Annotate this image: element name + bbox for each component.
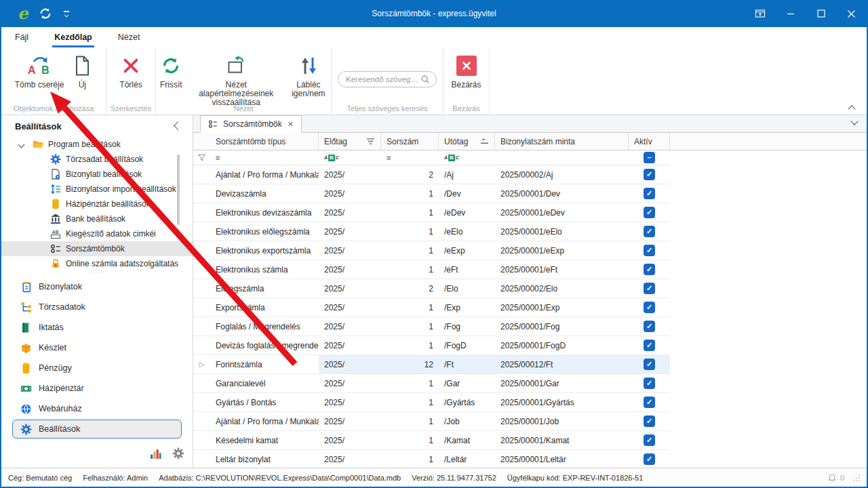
cell-type[interactable]: Forintszámla xyxy=(210,355,319,373)
active-checkbox[interactable]: ✓ xyxy=(644,169,655,180)
active-checkbox[interactable]: ✓ xyxy=(644,378,655,389)
cell-pattern[interactable]: 2025/00001/eDev xyxy=(495,203,629,222)
cell-prefix[interactable]: 2025/ xyxy=(319,165,381,184)
swap-block-button[interactable]: Tömb cseréje xyxy=(11,52,68,93)
cell-type[interactable]: Ajánlat / Pro forma / Munkala... xyxy=(210,412,319,430)
cell-active[interactable]: ✓ xyxy=(629,431,670,449)
active-checkbox[interactable]: ✓ xyxy=(644,434,655,446)
active-checkbox[interactable]: ✓ xyxy=(644,415,655,427)
table-row[interactable]: Foglalás / Megrendelés2025/1/Fog2025/000… xyxy=(193,317,670,336)
refresh-quick-icon[interactable] xyxy=(39,7,52,20)
delete-button[interactable]: Törlés xyxy=(115,52,146,93)
cell-number[interactable]: 1 xyxy=(381,241,439,260)
cell-active[interactable]: ✓ xyxy=(629,203,670,222)
active-checkbox[interactable]: ✓ xyxy=(644,226,655,237)
table-row[interactable]: Devizaszámla2025/1/Dev2025/00001/Dev✓ xyxy=(193,184,670,203)
tab-kezdolap[interactable]: Kezdőlap xyxy=(53,27,94,47)
tab-close-icon[interactable]: ✕ xyxy=(288,121,294,128)
cell-suffix[interactable]: /eFt xyxy=(439,260,495,279)
cell-active[interactable]: ✓ xyxy=(629,260,670,279)
cell-number[interactable]: 1 xyxy=(381,393,439,411)
sidebar-splitter[interactable]: ········ xyxy=(1,268,193,274)
cell-type[interactable]: Leltár bizonylat xyxy=(210,450,319,468)
cell-suffix[interactable]: /Job xyxy=(439,412,495,430)
cell-type[interactable]: Devizaszámla xyxy=(210,184,319,203)
table-row[interactable]: Ajánlat / Pro forma / Munkala...2025/1/J… xyxy=(193,412,670,431)
cell-pattern[interactable]: 2025/00001/Dev xyxy=(495,184,629,203)
cell-suffix[interactable]: /Leltár xyxy=(439,450,495,468)
cell-pattern[interactable]: 2025/00001/eExp xyxy=(495,241,629,260)
cell-prefix[interactable]: 2025/ xyxy=(319,355,381,373)
column-header-number[interactable]: Sorszám xyxy=(381,133,439,150)
chevron-down-icon[interactable] xyxy=(18,141,25,148)
filter-indicator-icon[interactable] xyxy=(366,138,375,145)
cell-suffix[interactable]: /Gyártás xyxy=(439,393,495,411)
cell-number[interactable]: 1 xyxy=(381,412,439,430)
cell-prefix[interactable]: 2025/ xyxy=(319,450,381,468)
cell-pattern[interactable]: 2025/00001/Gar xyxy=(495,374,629,392)
cell-prefix[interactable]: 2025/ xyxy=(319,317,381,336)
view-reset-button[interactable]: Nézet alapértelmezéseinek visszaállítása xyxy=(186,52,286,110)
active-checkbox[interactable]: ✓ xyxy=(644,321,655,332)
table-row[interactable]: Ajánlat / Pro forma / Munkala...2025/2/A… xyxy=(193,165,670,184)
cell-type[interactable]: Gyártás / Bontás xyxy=(210,393,319,411)
tab-fajl[interactable]: Fájl xyxy=(14,27,30,47)
cell-type[interactable]: Garancialevél xyxy=(210,374,319,392)
cell-number[interactable]: 1 xyxy=(381,317,439,336)
cell-suffix[interactable]: /Elo xyxy=(439,279,495,298)
fulltext-search-box[interactable] xyxy=(338,71,437,87)
sidebar-item-beállítások[interactable]: Beállítások xyxy=(12,420,182,439)
cell-suffix[interactable]: /Kamat xyxy=(439,431,495,449)
cell-number[interactable]: 1 xyxy=(381,450,439,468)
cell-suffix[interactable]: /Dev xyxy=(439,184,495,203)
sidebar-item-iktatás[interactable]: Iktatás xyxy=(1,317,193,338)
active-checkbox[interactable]: ✓ xyxy=(644,396,655,408)
cell-prefix[interactable]: 2025/ xyxy=(319,241,381,260)
filter-suffix[interactable]: ABC xyxy=(439,150,495,165)
active-checkbox[interactable]: ✓ xyxy=(644,453,655,465)
cell-number[interactable]: 1 xyxy=(381,184,439,203)
cell-suffix[interactable]: /Exp xyxy=(439,298,495,317)
minimize-button[interactable] xyxy=(775,0,806,27)
cell-suffix[interactable]: /Fog xyxy=(439,317,495,336)
ribbon-pin-button[interactable] xyxy=(745,0,775,27)
statistics-chart-icon[interactable] xyxy=(150,448,161,460)
sidebar-item-bizonylatok[interactable]: Bizonylatok xyxy=(1,277,193,297)
cell-prefix[interactable]: 2025/ xyxy=(319,336,381,354)
sidebar-item-pénzügy[interactable]: Pénzügy xyxy=(1,358,193,378)
cell-active[interactable]: ✓ xyxy=(629,355,670,373)
sidebar-tree-item[interactable]: Házipénztár beállítások xyxy=(1,197,193,211)
cell-type[interactable]: Elektronikus devizaszámla xyxy=(210,203,319,222)
cell-type[interactable]: Elektronikus számla xyxy=(210,260,319,279)
table-row[interactable]: Gyártás / Bontás2025/1/Gyártás2025/00001… xyxy=(193,393,670,412)
cell-number[interactable]: 1 xyxy=(381,222,439,241)
cell-prefix[interactable]: 2025/ xyxy=(319,393,381,411)
column-header-active[interactable]: Aktív xyxy=(629,133,670,150)
indeterminate-checkbox[interactable]: – xyxy=(644,152,655,163)
cell-suffix[interactable]: /eExp xyxy=(439,241,495,260)
cell-number[interactable]: 1 xyxy=(381,374,439,392)
cell-pattern[interactable]: 2025/00001/Leltár xyxy=(495,450,629,468)
cell-pattern[interactable]: 2025/00001/eElo xyxy=(495,222,629,241)
cell-number[interactable]: 1 xyxy=(381,203,439,222)
active-checkbox[interactable]: ✓ xyxy=(644,188,655,199)
cell-active[interactable]: ✓ xyxy=(629,393,670,411)
table-row[interactable]: Késedelmi kamat2025/1/Kamat2025/00001/Ka… xyxy=(193,431,670,450)
cell-suffix[interactable]: /eDev xyxy=(439,203,495,222)
search-input[interactable] xyxy=(344,75,420,84)
close-button[interactable] xyxy=(836,0,867,27)
table-row[interactable]: Elektronikus exportszámla2025/1/eExp2025… xyxy=(193,241,670,260)
tree-scrollbar[interactable] xyxy=(177,155,180,225)
resize-grip[interactable] xyxy=(853,474,860,481)
table-row[interactable]: Exportszámla2025/1/Exp2025/00001/Exp✓ xyxy=(193,298,670,317)
active-checkbox[interactable]: ✓ xyxy=(644,302,655,313)
cell-pattern[interactable]: 2025/00001/Job xyxy=(495,412,629,430)
table-row[interactable]: Devizás foglalás / megrendelés2025/1/Fog… xyxy=(193,336,670,355)
sidebar-tree-item[interactable]: Bizonylati beállítások xyxy=(1,167,193,182)
sidebar-tree-item[interactable]: Bank beállítások xyxy=(1,211,193,226)
cell-number[interactable]: 2 xyxy=(381,279,439,298)
active-checkbox[interactable]: ✓ xyxy=(644,340,655,351)
cell-active[interactable]: ✓ xyxy=(629,222,670,241)
sidebar-tree-item[interactable]: Sorszámtömbök xyxy=(1,241,193,256)
column-header-pattern[interactable]: Bizonylatszám minta xyxy=(495,133,629,150)
